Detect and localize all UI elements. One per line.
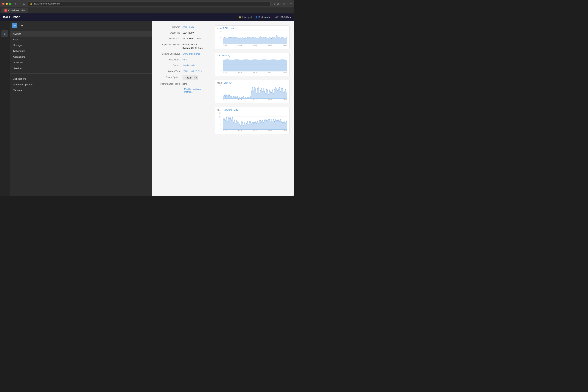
system-content: Hardware Acer Peppy Asset Tag 123456789 … [152, 21, 294, 196]
cpu-chart-unit: % [217, 27, 219, 30]
cpu-y-0: 0 [220, 42, 221, 44]
sidebar-item-storage[interactable]: Storage [10, 42, 152, 48]
machine-id-value: fcc78b8e9d024418... [183, 37, 203, 40]
machine-id-row: Machine ID fcc78b8e9d024418... [156, 37, 209, 40]
tab-label: Containers - chrx [8, 9, 25, 12]
disk-chart-unit: MiB/s [217, 82, 222, 84]
back-button[interactable]: ‹ [14, 2, 17, 6]
domain-row: Domain Join Domain [156, 64, 209, 67]
privileged-badge: 🔒 Privileged [238, 16, 252, 18]
cpu-chart-container: % of 2 CPU cores 100 50 0 [215, 25, 290, 49]
hardware-row: Hardware Acer Peppy [156, 25, 209, 29]
sidebar-item-software-updates[interactable]: Software Updates [10, 82, 152, 88]
power-options-label: Power Options [156, 76, 183, 79]
toolbar-icons: ↻ ⊕ ↑ ☆ ↓ [273, 2, 287, 5]
enable-metrics-text[interactable]: Enable persistent metrics... [184, 88, 209, 93]
tab-favicon: C [5, 9, 7, 12]
disk-x-0802: 08:02 [253, 99, 257, 102]
dashboard-icon-btn[interactable]: ◉ [1, 30, 9, 37]
enable-metrics-row: ℹ Enable persistent metrics... [156, 88, 209, 93]
sidebar-icons-col: ⊞ ◉ [0, 21, 10, 196]
active-tab[interactable]: C Containers - chrx [2, 8, 28, 13]
system-time-value[interactable]: 2018-11-04 16:04 [183, 70, 200, 73]
download-button[interactable]: ↓ [286, 2, 287, 5]
sidebar-item-terminal[interactable]: Terminal [10, 88, 152, 93]
minimize-button[interactable] [6, 2, 8, 5]
host-row[interactable]: ▬ chrx [10, 21, 152, 30]
disk-x-0801: 08:01 [238, 99, 242, 102]
asset-tag-row: Asset Tag 123456789 [156, 31, 209, 35]
host-label: chrx [19, 24, 23, 27]
disk-chart-header: MiB/s Disk I/O [217, 82, 287, 84]
domain-label: Domain [156, 64, 183, 67]
host-disk-icon: ▬ [12, 23, 17, 28]
restart-btn-label[interactable]: Restart [183, 76, 194, 80]
sidebar-item-logs[interactable]: Logs [10, 36, 152, 42]
memory-y-labels: 3 2 1 0 [217, 58, 222, 72]
sidebar-item-applications[interactable]: Applications [10, 76, 152, 82]
enable-metrics-link[interactable]: ℹ Enable persistent metrics... [183, 88, 209, 93]
bookmark-button[interactable]: ☆ [282, 2, 285, 5]
memory-chart-area: 3 2 1 0 [217, 58, 287, 74]
restart-dropdown-arrow[interactable]: ▾ [194, 76, 198, 80]
forward-button[interactable]: › [18, 2, 21, 6]
url-bar[interactable]: 🔒 192.168.0.54:9090/system [28, 1, 270, 6]
restart-button[interactable]: Restart ▾ [183, 76, 198, 80]
hardware-value[interactable]: Acer Peppy [183, 25, 194, 29]
reload-button[interactable]: ↻ [273, 2, 276, 5]
power-options-row: Power Options Restart ▾ [156, 76, 209, 80]
sidebar-item-containers[interactable]: Containers [10, 54, 152, 60]
host-icon-btn[interactable]: ⊞ [1, 22, 9, 30]
info-panel: Hardware Acer Peppy Asset Tag 123456789 … [156, 25, 209, 192]
user-info[interactable]: 👤 Scott Jordan,,+1 408 565 5007 ▾ [255, 16, 291, 18]
sidebar-item-system[interactable]: System [10, 31, 152, 36]
network-chart-plot [223, 112, 287, 130]
machine-id-label: Machine ID [156, 37, 183, 40]
info-icon: ℹ [201, 70, 202, 73]
perf-profile-row: Performance Profile none [156, 82, 209, 86]
network-y-0: 0 [220, 128, 221, 130]
host-name-label: Host Name [156, 58, 183, 62]
sidebar-item-networking[interactable]: Networking [10, 48, 152, 54]
host-name-row: Host Name chrx [156, 58, 209, 62]
domain-link[interactable]: Join Domain [183, 64, 195, 67]
perf-profile-label: Performance Profile [156, 82, 183, 86]
host-name-value[interactable]: chrx [183, 58, 187, 62]
ssh-keys-label: Secure Shell Keys [156, 52, 183, 56]
url-text: 192.168.0.54:9090/system [34, 2, 60, 5]
browser-frame: ‹ › ⊡ 🔒 192.168.0.54:9090/system ↻ ⊕ ↑ ☆… [0, 0, 294, 196]
cpu-y-50: 50 [219, 36, 221, 38]
sidebar-section-secondary: Applications Software Updates Terminal [10, 75, 152, 94]
hardware-label: Hardware [156, 25, 183, 29]
sidebar-toggle-button[interactable]: ⊡ [22, 2, 26, 6]
sidebar-divider [10, 74, 152, 74]
network-chart-area: 320 240 160 80 0 [217, 112, 287, 132]
memory-x-0803: 08:03 [268, 72, 272, 74]
cpu-y-100: 100 [219, 30, 221, 32]
cpu-x-0800: 08:00 [223, 44, 227, 47]
upload-button[interactable]: ↑ [280, 2, 281, 5]
fullscreen-button[interactable] [9, 2, 11, 5]
os-row: Operating System GalliumOS 2.1 System Up… [156, 43, 209, 50]
disk-x-0804: 08:04 [283, 99, 287, 102]
lock-icon: 🔒 [30, 2, 33, 5]
disk-x-0803: 08:03 [268, 99, 272, 102]
app-header: GALLIUMOS 🔒 Privileged 👤 Scott Jordan,,+… [0, 14, 294, 21]
sidebar-item-services[interactable]: Services [10, 66, 152, 71]
privileged-label: Privileged [242, 16, 252, 18]
user-icon: 👤 [255, 16, 258, 18]
share-button[interactable]: ⊕ [277, 2, 279, 5]
close-button[interactable] [2, 2, 5, 5]
circle-info-icon: ℹ [183, 89, 183, 92]
browser-tabbar: C Containers - chrx [0, 8, 294, 14]
ssh-keys-link[interactable]: Show fingerprints [183, 52, 200, 56]
main-layout: ⊞ ◉ ▬ chrx System Logs Storage Networkin… [0, 21, 294, 196]
perf-profile-value: none [183, 82, 188, 86]
cpu-chart-header: % of 2 CPU cores [217, 27, 287, 30]
cpu-x-0803: 08:03 [268, 44, 272, 47]
new-tab-button[interactable]: + [290, 2, 292, 6]
cpu-y-labels: 100 50 0 [217, 30, 222, 44]
sidebar-item-accounts[interactable]: Accounts [10, 60, 152, 66]
network-chart-unit: Mbps [217, 109, 222, 111]
memory-x-0804: 08:04 [283, 72, 287, 74]
